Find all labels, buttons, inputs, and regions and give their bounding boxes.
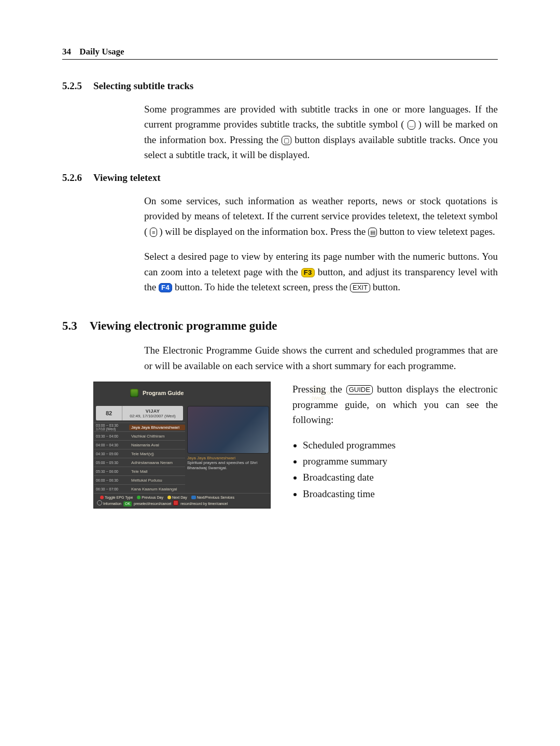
section-5-3: 5.3 Viewing electronic programme guide — [62, 319, 498, 333]
epg-row-prog: Jaya Jaya Bhuvaneshwari — [129, 425, 185, 430]
epg-title: Program Guide — [143, 390, 184, 396]
epg-row: 03:00 ~ 03:30 17/10 (Wed)Jaya Jaya Bhuva… — [94, 423, 185, 431]
epg-row-time: 05:30 ~ 06:00 — [94, 470, 129, 473]
epg-row-prog: Tele Mall — [129, 469, 185, 474]
f4-button-icon: F4 — [159, 283, 172, 292]
bullet-item: Broadcasting time — [303, 486, 498, 501]
epg-row-time: 04:30 ~ 05:00 — [94, 452, 129, 456]
epg-channel-time: 02:49, 17/10/2007 (Wed) — [130, 414, 175, 418]
page-number: 34 — [62, 47, 71, 57]
epg-row-time: 05:00 ~ 05:30 — [94, 461, 129, 465]
epg-screenshot: Program Guide 03:02, 17/10/2007 (Wed) 82… — [93, 382, 271, 509]
epg-row-time: 03:00 ~ 03:30 17/10 (Wed) — [94, 424, 129, 431]
text: button. To hide the teletext screen, pre… — [175, 281, 350, 292]
exit-button-icon: EXIT — [350, 283, 370, 292]
text: button to view teletext pages. — [380, 226, 495, 237]
text: Next Day — [172, 496, 187, 499]
text: Next/Previous Services — [197, 496, 234, 499]
epg-row: 06:30 ~ 07:00Kana Kaanum Kaalangal — [94, 484, 185, 493]
subtitle-symbol-icon: ⎵ — [408, 120, 415, 130]
epg-row: 03:30 ~ 04:00Vazhkai Chithiram — [94, 431, 185, 440]
record-icon — [173, 500, 178, 505]
epg-row: 04:30 ~ 05:00Tele Mart(vj) — [94, 449, 185, 458]
epg-row-prog: Kana Kaanum Kaalangal — [129, 487, 185, 491]
text: Toggle EPG Type — [105, 496, 133, 499]
ok-icon: OK — [123, 501, 132, 506]
subsection-5-2-5: 5.2.5 Selecting subtitle tracks — [62, 80, 498, 92]
text: Previous Day — [142, 496, 163, 499]
text: ) will be displayed on the information b… — [159, 226, 368, 237]
subtitle-button-icon: ▢ — [282, 136, 291, 145]
epg-channel-box: 82 VIJAY 02:49, 17/10/2007 (Wed) — [96, 406, 183, 420]
epg-row-prog: Mettukal Pudusu — [129, 478, 185, 483]
subsection-number: 5.2.6 — [62, 172, 82, 183]
epg-preview — [187, 406, 269, 454]
epg-channel-name: VIJAY — [146, 409, 160, 414]
paragraph: Some programmes are provided with subtit… — [144, 102, 498, 163]
subsection-title: Selecting subtitle tracks — [93, 80, 193, 91]
teletext-button-icon: ▤ — [368, 228, 377, 237]
guide-button-icon: GUIDE — [346, 385, 373, 395]
paragraph: Pressing the GUIDE button displays the e… — [292, 382, 498, 427]
epg-desc: Spiritual prayers and speeches of Shri B… — [187, 460, 268, 471]
epg-footer: Toggle EPG Type Previous Day Next Day Ne… — [94, 493, 270, 508]
epg-row-prog: Vazhkai Chithiram — [129, 434, 185, 439]
subsection-title: Viewing teletext — [93, 172, 161, 183]
epg-row-prog: Tele Mart(vj) — [129, 452, 185, 456]
text: Pressing the — [292, 384, 346, 395]
epg-row-prog: Adhirstamaana Neram — [129, 460, 185, 465]
bullet-list: Scheduled programmesprogramme summaryBro… — [292, 438, 498, 502]
bullet-item: Broadcasting date — [303, 470, 498, 485]
epg-row-time: 04:00 ~ 04:30 — [94, 443, 129, 447]
text: button. — [373, 281, 400, 292]
epg-row: 05:30 ~ 06:00Tele Mall — [94, 467, 185, 475]
section-number: 5.3 — [62, 319, 77, 332]
bullet-item: Scheduled programmes — [303, 438, 498, 453]
running-head: 34 Daily Usage — [62, 47, 498, 60]
text: preselect/record/cancel — [134, 502, 171, 505]
text: Information — [103, 502, 121, 505]
text: record/record by timer/cancel — [180, 502, 228, 505]
epg-logo-icon — [130, 389, 138, 397]
bullet-item: programme summary — [303, 454, 498, 469]
paragraph: The Electronic Programme Guide shows the… — [144, 343, 498, 373]
epg-row: 04:00 ~ 04:30Nalamaria Aval — [94, 440, 185, 449]
paragraph: Select a desired page to view by enterin… — [144, 249, 498, 294]
epg-row-prog: Nalamaria Aval — [129, 443, 185, 447]
epg-row-time: 03:30 ~ 04:00 — [94, 434, 129, 438]
subsection-number: 5.2.5 — [62, 80, 82, 91]
epg-row-time: 06:30 ~ 07:00 — [94, 487, 129, 491]
epg-desc-title: Jaya Jaya Bhuvaneshwari — [187, 456, 268, 460]
paragraph: On some services, such information as we… — [144, 193, 498, 239]
epg-row-time: 06:00 ~ 06:30 — [94, 478, 129, 482]
epg-row: 06:00 ~ 06:30Mettukal Pudusu — [94, 475, 185, 484]
section-title: Viewing electronic programme guide — [90, 319, 277, 332]
teletext-symbol-icon: ≡ — [150, 228, 157, 237]
f3-button-icon: F3 — [301, 268, 315, 277]
epg-row: 05:00 ~ 05:30Adhirstamaana Neram — [94, 458, 185, 467]
epg-channel-number: 82 — [96, 406, 122, 420]
chapter-title: Daily Usage — [79, 47, 124, 57]
subsection-5-2-6: 5.2.6 Viewing teletext — [62, 172, 498, 184]
